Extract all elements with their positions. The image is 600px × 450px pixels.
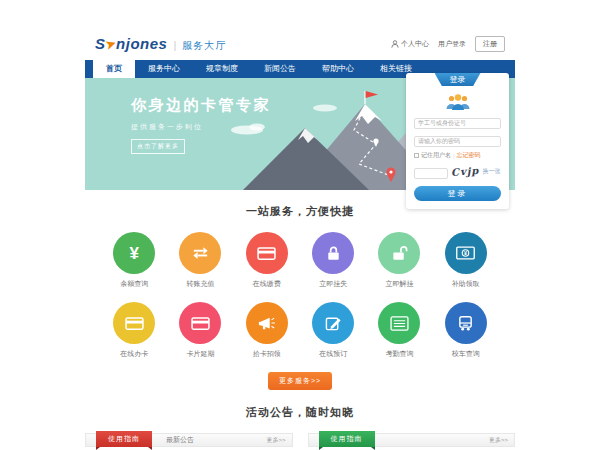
forgot-password-link[interactable]: 忘记密码 xyxy=(457,151,481,160)
header: S➤njones | 服务大厅 个人中心 用户登录 注册 xyxy=(85,28,515,60)
bus-icon xyxy=(457,315,474,332)
site-name: 服务大厅 xyxy=(182,39,226,53)
announcements-title: 活动公告，随时知晓 xyxy=(85,405,515,420)
banknote-icon: ¥ xyxy=(456,246,475,260)
panel-right: 使用指南 更多>> xyxy=(308,433,516,447)
user-login-link[interactable]: 用户登录 xyxy=(438,39,466,49)
remember-row: 记住用户名 | 忘记密码 xyxy=(414,151,501,160)
panel-left: 使用指南 最新公告 更多>> xyxy=(85,433,293,447)
logo-wordmark: S➤njones xyxy=(95,35,167,52)
service-online-card-apply[interactable]: 在线办卡 xyxy=(101,302,167,359)
divider: | xyxy=(453,153,455,159)
service-balance-inquiry[interactable]: ¥ 余额查询 xyxy=(101,232,167,289)
nav-item-news[interactable]: 新闻公告 xyxy=(251,60,309,78)
panel-right-tabbar: 使用指南 更多>> xyxy=(308,433,516,447)
services-grid: ¥ 余额查询 转账充值 在线 xyxy=(85,219,515,359)
service-transfer-recharge[interactable]: 转账充值 xyxy=(167,232,233,289)
hero-banner: 你身边的卡管专家 提供服务一步到位 点击了解更多 xyxy=(85,78,515,190)
hero-title: 你身边的卡管专家 xyxy=(131,96,271,115)
nav-item-rules[interactable]: 规章制度 xyxy=(193,60,251,78)
captcha-image[interactable]: Cvjp xyxy=(451,165,480,178)
announcements-section: 活动公告，随时知晓 使用指南 最新公告 更多>> 使用指南 更多>> xyxy=(85,405,515,447)
megaphone-icon xyxy=(258,315,276,332)
username-input[interactable] xyxy=(414,118,501,129)
service-report-loss[interactable]: 立即挂失 xyxy=(300,232,366,289)
service-unfreeze-card[interactable]: 立即解挂 xyxy=(366,232,432,289)
personal-center-link[interactable]: 个人中心 xyxy=(391,39,429,49)
register-button[interactable]: 注册 xyxy=(475,36,505,52)
login-submit-button[interactable]: 登录 xyxy=(414,186,501,201)
card-icon xyxy=(257,246,276,261)
logo-divider: | xyxy=(173,39,176,51)
services-section: 一站服务，方便快捷 ¥ 余额查询 转账充值 xyxy=(85,190,515,390)
personal-center-label: 个人中心 xyxy=(401,39,429,49)
tab-guide-left[interactable]: 使用指南 xyxy=(96,431,152,447)
tab-latest-news[interactable]: 最新公告 xyxy=(166,435,194,445)
login-panel: 登录 记住用户名 | 忘记密码 Cvjp 换一张 登 xyxy=(406,73,509,209)
transfer-arrows-icon xyxy=(191,246,210,260)
panel-left-tabbar: 使用指南 最新公告 更多>> xyxy=(85,433,293,447)
users-group-icon xyxy=(443,92,473,111)
remember-label: 记住用户名 xyxy=(421,151,451,160)
more-link-right[interactable]: 更多>> xyxy=(489,436,508,445)
hero-subtitle: 提供服务一步到位 xyxy=(131,122,271,132)
yen-icon: ¥ xyxy=(129,245,138,262)
more-services-button[interactable]: 更多服务>> xyxy=(268,372,332,390)
password-input[interactable] xyxy=(414,136,501,147)
edit-icon xyxy=(325,315,342,332)
login-tab[interactable]: 登录 xyxy=(435,73,481,86)
user-login-label: 用户登录 xyxy=(438,39,466,49)
captcha-row: Cvjp 换一张 xyxy=(414,164,501,179)
hero-cta-button[interactable]: 点击了解更多 xyxy=(131,139,185,154)
services-title: 一站服务，方便快捷 xyxy=(246,205,354,217)
lock-icon xyxy=(325,245,342,262)
hero-text-block: 你身边的卡管专家 提供服务一步到位 点击了解更多 xyxy=(131,96,271,154)
nav-item-home[interactable]: 首页 xyxy=(93,60,135,78)
service-school-bus-inquiry[interactable]: 校车查询 xyxy=(433,302,499,359)
user-icon xyxy=(391,40,399,48)
service-online-booking[interactable]: 在线预订 xyxy=(300,302,366,359)
list-icon xyxy=(390,316,409,331)
service-attendance-inquiry[interactable]: 考勤查询 xyxy=(366,302,432,359)
service-subsidy-collect[interactable]: ¥ 补助领取 xyxy=(433,232,499,289)
captcha-refresh-link[interactable]: 换一张 xyxy=(482,167,500,176)
unlock-icon xyxy=(391,245,408,262)
service-lost-found[interactable]: 拾卡招领 xyxy=(234,302,300,359)
card-icon xyxy=(191,316,210,331)
nav-item-help-center[interactable]: 帮助中心 xyxy=(309,60,367,78)
header-links: 个人中心 用户登录 注册 xyxy=(391,36,505,52)
more-link-left[interactable]: 更多>> xyxy=(266,436,285,445)
service-card-renewal[interactable]: 卡片延期 xyxy=(167,302,233,359)
site-container: S➤njones | 服务大厅 个人中心 用户登录 注册 首页 服务中心 规章制… xyxy=(85,28,515,447)
card-icon xyxy=(125,316,144,331)
tab-guide-right[interactable]: 使用指南 xyxy=(319,431,375,447)
nav-item-service-center[interactable]: 服务中心 xyxy=(135,60,193,78)
announcement-panels: 使用指南 最新公告 更多>> 使用指南 更多>> xyxy=(85,433,515,447)
service-online-payment[interactable]: 在线缴费 xyxy=(234,232,300,289)
remember-checkbox[interactable] xyxy=(414,153,419,158)
captcha-input[interactable] xyxy=(414,168,448,179)
logo[interactable]: S➤njones | 服务大厅 xyxy=(95,35,226,53)
svg-text:¥: ¥ xyxy=(464,250,467,256)
